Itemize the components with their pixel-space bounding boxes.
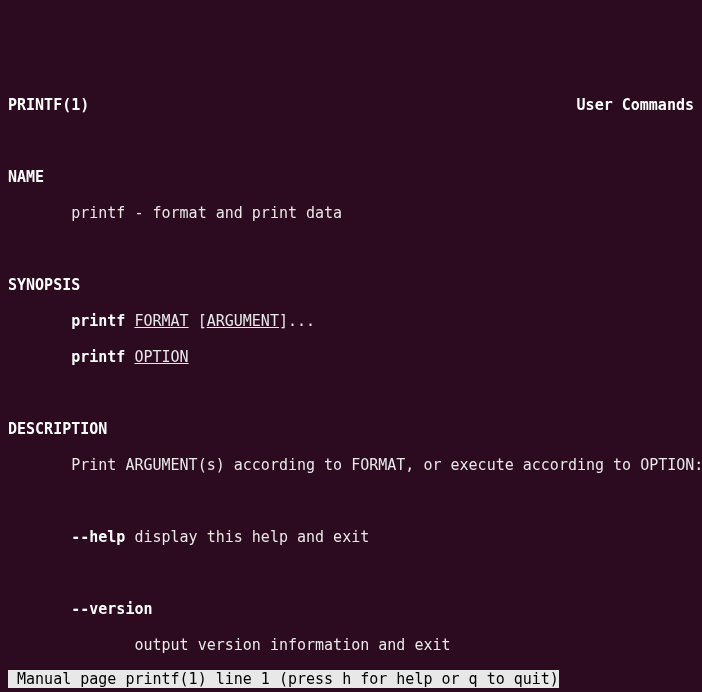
- blank: [8, 564, 694, 582]
- synopsis-line-1: printf FORMAT [ARGUMENT]...: [8, 312, 694, 330]
- status-text: Manual page printf(1) line 1 (press h fo…: [8, 670, 559, 688]
- arg-argument: ARGUMENT: [207, 312, 279, 330]
- name-body: printf - format and print data: [8, 204, 694, 222]
- blank: [8, 132, 694, 150]
- blank: [8, 492, 694, 510]
- status-bar: Manual page printf(1) line 1 (press h fo…: [8, 670, 559, 688]
- section-name-heading: NAME: [8, 168, 694, 186]
- tail: ]...: [279, 312, 315, 330]
- blank: [8, 384, 694, 402]
- bracket: [: [189, 312, 207, 330]
- section-synopsis-heading: SYNOPSIS: [8, 276, 694, 294]
- flag-version: --version: [71, 600, 152, 618]
- help-line: --help display this help and exit: [8, 528, 694, 546]
- description-text: Print ARGUMENT(s) according to FORMAT, o…: [8, 456, 694, 474]
- header-line: PRINTF(1)User Commands: [8, 96, 694, 114]
- header-left: PRINTF(1): [8, 96, 89, 114]
- version-desc: output version information and exit: [8, 636, 694, 654]
- section-description-heading: DESCRIPTION: [8, 420, 694, 438]
- header-right: User Commands: [577, 96, 694, 114]
- help-desc: display this help and exit: [125, 528, 369, 546]
- arg-option: OPTION: [134, 348, 188, 366]
- arg-format: FORMAT: [134, 312, 188, 330]
- cmd-printf: printf: [71, 312, 125, 330]
- blank: [8, 240, 694, 258]
- cmd-printf: printf: [71, 348, 125, 366]
- manpage-viewport[interactable]: PRINTF(1)User Commands NAME printf - for…: [0, 72, 702, 692]
- version-line: --version: [8, 600, 694, 618]
- flag-help: --help: [71, 528, 125, 546]
- synopsis-line-2: printf OPTION: [8, 348, 694, 366]
